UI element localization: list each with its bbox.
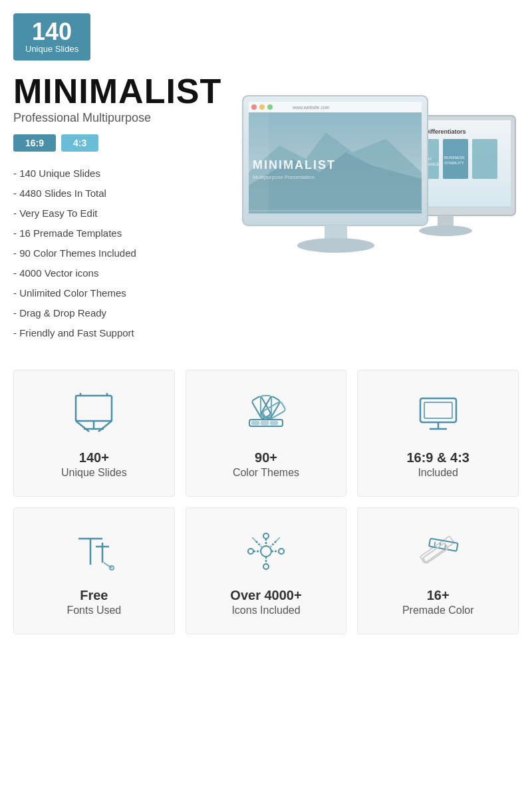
feature-item: Drag & Drop Ready — [13, 303, 226, 323]
cards-row-1: 140+ Unique Slides 90+ Color Themes — [13, 370, 519, 497]
card-6-title: 16+ — [427, 587, 450, 604]
card-3-title: 16:9 & 4:3 — [406, 449, 469, 466]
card-3-subtitle: Included — [418, 466, 458, 480]
svg-line-68 — [252, 537, 256, 541]
template-icon — [415, 528, 462, 575]
svg-rect-32 — [76, 396, 112, 421]
feature-item: 90 Color Themes Included — [13, 243, 226, 263]
monitor-mockup: Key Differentiators DISTINCT UNIVERSE PM… — [239, 92, 519, 319]
monitor-icon — [415, 390, 462, 437]
card-unique-slides: 140+ Unique Slides — [13, 370, 175, 497]
svg-line-66 — [256, 541, 261, 547]
svg-line-67 — [271, 541, 276, 547]
svg-point-57 — [261, 546, 271, 557]
svg-rect-44 — [252, 422, 259, 424]
card-5-subtitle: Icons Included — [231, 604, 300, 618]
card-fonts: Free Fonts Used — [13, 507, 175, 634]
unique-slides-badge: 140 Unique Slides — [13, 13, 90, 61]
card-4-title: Free — [80, 587, 108, 604]
cards-row-2: Free Fonts Used — [13, 507, 519, 634]
svg-point-60 — [248, 549, 253, 554]
font-icon — [70, 528, 117, 575]
cards-section: 140+ Unique Slides 90+ Color Themes — [0, 356, 532, 658]
svg-point-30 — [297, 238, 374, 253]
feature-item: Unlimited Color Themes — [13, 283, 226, 303]
svg-rect-71 — [429, 538, 458, 551]
front-monitor-icon: MINIMALIST Multipurpose Presentation www… — [239, 92, 432, 279]
feature-item: Very Easy To Edit — [13, 203, 226, 223]
card-ratios: 16:9 & 4:3 Included — [357, 370, 519, 497]
hero-right: Key Differentiators DISTINCT UNIVERSE PM… — [226, 67, 519, 343]
ratio-buttons: 16:9 4:3 — [13, 134, 226, 152]
badge-number: 140 — [25, 20, 78, 44]
card-1-subtitle: Unique Slides — [61, 466, 127, 480]
svg-text:STABILITY: STABILITY — [444, 161, 464, 165]
svg-line-69 — [276, 537, 280, 541]
svg-rect-45 — [261, 422, 268, 424]
svg-text:www.website.com: www.website.com — [292, 105, 330, 110]
card-1-title: 140+ — [79, 449, 109, 466]
feature-item: Friendly and Fast Support — [13, 323, 226, 343]
svg-point-58 — [263, 533, 269, 539]
card-icons: Over 4000+ Icons Included — [186, 507, 347, 634]
presentation-icon — [70, 390, 117, 437]
card-2-subtitle: Color Themes — [233, 466, 299, 480]
badge-label: Unique Slides — [25, 44, 78, 54]
svg-rect-50 — [424, 402, 452, 418]
svg-line-38 — [98, 421, 112, 432]
svg-text:BUSINESS: BUSINESS — [444, 156, 464, 160]
feature-item: 140 Unique Slides — [13, 164, 226, 184]
product-title: MINIMALIST — [13, 74, 226, 108]
feature-item: 16 Premade Templates — [13, 223, 226, 243]
svg-rect-46 — [271, 422, 277, 424]
svg-point-59 — [263, 564, 269, 569]
svg-point-61 — [279, 549, 284, 554]
feature-item: 4000 Vector icons — [13, 263, 226, 283]
card-4-subtitle: Fonts Used — [66, 604, 121, 618]
hero-section: MINIMALIST Professional Multipurpose 16:… — [0, 61, 532, 356]
card-2-title: 90+ — [255, 449, 277, 466]
card-5-title: Over 4000+ — [230, 587, 301, 604]
product-subtitle: Professional Multipurpose — [13, 111, 226, 125]
card-premade: 16+ Premade Color — [357, 507, 519, 634]
palette-icon — [243, 390, 289, 437]
svg-line-72 — [434, 542, 435, 546]
card-6-subtitle: Premade Color — [402, 604, 474, 618]
svg-rect-7 — [472, 139, 497, 179]
hero-left: MINIMALIST Professional Multipurpose 16:… — [13, 67, 226, 343]
svg-rect-23 — [249, 102, 422, 112]
vector-icon — [243, 528, 289, 575]
ratio-43-button[interactable]: 4:3 — [61, 134, 98, 152]
card-color-themes: 90+ Color Themes — [186, 370, 347, 497]
features-list: 140 Unique Slides4480 Slides In TotalVer… — [13, 164, 226, 343]
svg-rect-31 — [249, 102, 269, 213]
svg-line-37 — [76, 421, 89, 432]
feature-item: 4480 Slides In Total — [13, 184, 226, 203]
ratio-169-button[interactable]: 16:9 — [13, 134, 56, 152]
